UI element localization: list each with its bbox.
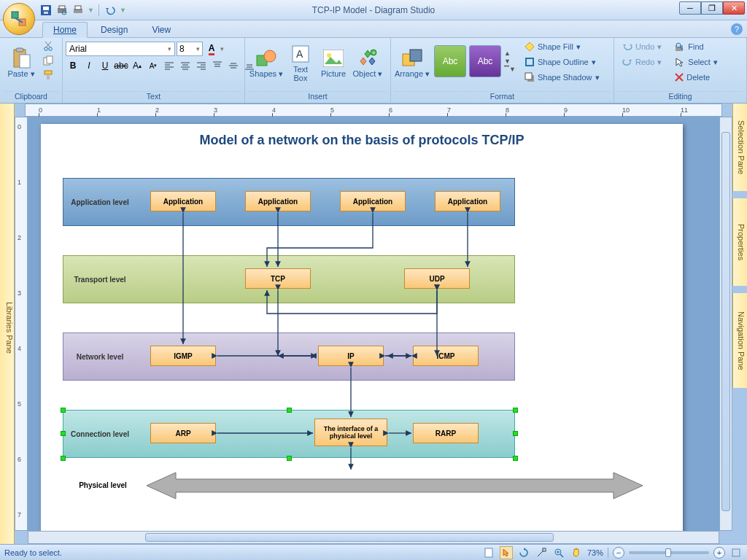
horizontal-scrollbar[interactable] bbox=[28, 531, 719, 544]
node-igmp[interactable]: IGMP bbox=[150, 346, 216, 366]
diagram-title: Model of a network on the basis of proto… bbox=[41, 133, 683, 148]
select-button[interactable]: Select ▾ bbox=[673, 55, 720, 69]
delete-button[interactable]: Delete bbox=[673, 70, 720, 85]
shape-fill-button[interactable]: Shape Fill ▾ bbox=[522, 39, 602, 54]
svg-rect-21 bbox=[47, 74, 50, 79]
style-purple[interactable]: Abc bbox=[469, 45, 501, 77]
node-tcp[interactable]: TCP bbox=[245, 268, 311, 289]
textbox-button[interactable]: AText Box bbox=[286, 39, 315, 86]
canvas[interactable]: Model of a network on the basis of proto… bbox=[28, 117, 719, 531]
svg-rect-20 bbox=[44, 71, 52, 74]
svg-rect-53 bbox=[526, 58, 533, 66]
undo-button[interactable]: Undo ▾ bbox=[620, 39, 664, 54]
node-app2[interactable]: Application bbox=[245, 191, 311, 211]
style-more[interactable]: ▔▼ bbox=[504, 66, 516, 73]
page[interactable]: Model of a network on the basis of proto… bbox=[41, 124, 683, 531]
align-top-button[interactable] bbox=[210, 58, 225, 73]
shape-outline-button[interactable]: Shape Outline ▾ bbox=[522, 55, 602, 69]
svg-rect-12 bbox=[16, 48, 23, 52]
tab-view[interactable]: View bbox=[141, 22, 182, 37]
mode-connector-icon[interactable] bbox=[535, 546, 548, 559]
align-right-button[interactable] bbox=[194, 58, 209, 73]
font-name-combo[interactable]: Arial▾ bbox=[66, 42, 175, 56]
help-icon[interactable]: ? bbox=[731, 23, 743, 35]
minimize-button[interactable]: ─ bbox=[679, 1, 701, 15]
group-format-label: Format bbox=[394, 91, 611, 103]
mode-rotate-icon[interactable] bbox=[517, 546, 530, 559]
style-down[interactable]: ▼ bbox=[504, 58, 516, 65]
zoom-percent[interactable]: 73% bbox=[587, 548, 603, 557]
node-ip[interactable]: IP bbox=[318, 346, 384, 366]
app-orb[interactable] bbox=[3, 3, 35, 35]
svg-rect-47 bbox=[323, 50, 344, 67]
mode-page-icon[interactable] bbox=[482, 546, 495, 559]
node-icmp[interactable]: ICMP bbox=[413, 346, 479, 366]
svg-point-15 bbox=[49, 47, 53, 51]
close-button[interactable]: ✕ bbox=[723, 1, 745, 15]
picture-button[interactable]: Picture bbox=[317, 39, 350, 86]
object-button[interactable]: +Object ▾ bbox=[352, 39, 384, 86]
group-insert-label: Insert bbox=[248, 91, 387, 103]
shape-shadow-button[interactable]: Shape Shadow ▾ bbox=[522, 70, 602, 85]
format-painter-icon[interactable] bbox=[41, 69, 55, 82]
redo-button[interactable]: Redo ▾ bbox=[620, 55, 664, 69]
style-green[interactable]: Abc bbox=[434, 45, 466, 77]
vertical-scrollbar[interactable] bbox=[719, 117, 732, 531]
node-app1[interactable]: Application bbox=[150, 191, 216, 211]
libraries-pane-tab[interactable]: Libraries Pane bbox=[0, 104, 15, 544]
svg-rect-13 bbox=[20, 55, 30, 68]
svg-line-16 bbox=[46, 42, 51, 47]
mode-zoom-icon[interactable] bbox=[552, 546, 565, 559]
navigation-pane-tab[interactable]: Navigation Pane bbox=[732, 293, 747, 388]
zoom-slider[interactable] bbox=[629, 551, 709, 554]
node-interface[interactable]: The interface of a physical level bbox=[314, 419, 387, 446]
tab-design[interactable]: Design bbox=[90, 22, 139, 37]
find-button[interactable]: Find bbox=[673, 39, 720, 54]
paste-button[interactable]: Paste ▾ bbox=[3, 39, 39, 86]
node-udp[interactable]: UDP bbox=[404, 268, 470, 289]
layer-physical-label: Physical level bbox=[70, 481, 136, 489]
italic-button[interactable]: I bbox=[82, 58, 96, 73]
style-up[interactable]: ▲ bbox=[504, 50, 516, 57]
node-arp[interactable]: ARP bbox=[150, 423, 216, 443]
grow-font-button[interactable]: A▴ bbox=[130, 58, 144, 73]
copy-icon[interactable] bbox=[41, 54, 55, 67]
properties-pane-tab[interactable]: Properties bbox=[732, 198, 747, 286]
arrange-button[interactable]: Arrange ▾ bbox=[394, 39, 430, 86]
zoom-in-button[interactable]: + bbox=[713, 547, 725, 559]
selection-pane-tab[interactable]: Selection Pane bbox=[732, 104, 747, 191]
cut-icon[interactable] bbox=[41, 39, 55, 52]
align-middle-button[interactable] bbox=[226, 58, 241, 73]
svg-rect-19 bbox=[47, 56, 53, 63]
group-editing-label: Editing bbox=[617, 91, 743, 103]
shrink-font-button[interactable]: A▾ bbox=[146, 58, 160, 73]
mode-pan-icon[interactable] bbox=[570, 546, 583, 559]
node-app3[interactable]: Application bbox=[340, 191, 406, 211]
physical-arrow[interactable] bbox=[147, 470, 643, 502]
zoom-fit-icon[interactable] bbox=[729, 546, 743, 559]
align-left-button[interactable] bbox=[162, 58, 177, 73]
align-center-button[interactable] bbox=[178, 58, 193, 73]
workspace: Libraries Pane Selection Pane Properties… bbox=[0, 104, 747, 544]
bold-button[interactable]: B bbox=[66, 58, 80, 73]
font-size-combo[interactable]: 8▾ bbox=[177, 42, 203, 56]
svg-line-17 bbox=[45, 42, 50, 47]
group-clipboard-label: Clipboard bbox=[3, 91, 59, 103]
maximize-button[interactable]: ❐ bbox=[701, 1, 723, 15]
node-rarp[interactable]: RARP bbox=[413, 423, 479, 443]
ribbon-tabs: Home Design View ? bbox=[0, 20, 747, 38]
font-color-button[interactable]: A bbox=[204, 42, 219, 56]
svg-rect-83 bbox=[734, 551, 738, 555]
vertical-ruler: 01234567 bbox=[15, 117, 28, 531]
zoom-out-button[interactable]: − bbox=[613, 547, 624, 559]
status-message: Ready to select. bbox=[4, 548, 62, 557]
title-bar: ▼ ▼ TCP-IP Model - Diagram Studio ─ ❐ ✕ bbox=[0, 0, 747, 20]
svg-rect-52 bbox=[410, 50, 422, 61]
underline-button[interactable]: U bbox=[98, 58, 112, 73]
strikethrough-button[interactable]: abc bbox=[114, 58, 128, 73]
svg-point-44 bbox=[264, 50, 276, 62]
node-app4[interactable]: Application bbox=[435, 191, 500, 211]
mode-pointer-icon[interactable] bbox=[500, 546, 513, 559]
shapes-button[interactable]: Shapes ▾ bbox=[248, 39, 285, 86]
tab-home[interactable]: Home bbox=[42, 22, 88, 38]
